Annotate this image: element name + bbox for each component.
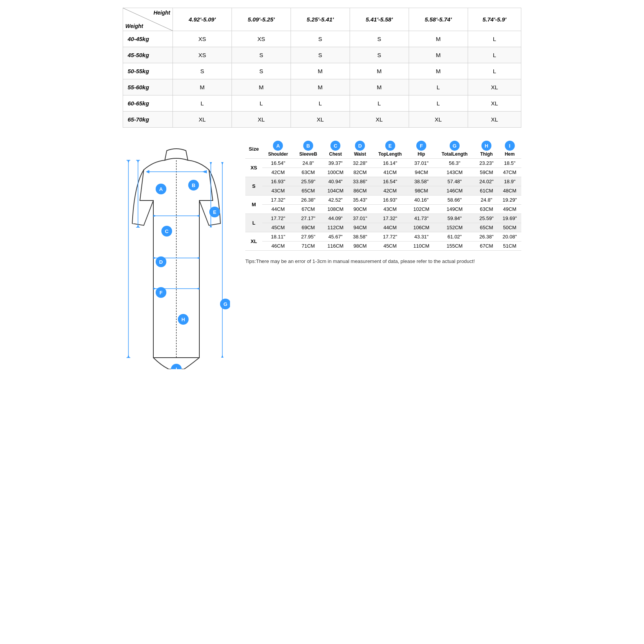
measurement-cell: 27.95" bbox=[294, 232, 323, 242]
col-header-I: I Hem bbox=[498, 139, 521, 159]
svg-text:F: F bbox=[159, 290, 163, 296]
size-cell: XL bbox=[468, 79, 521, 95]
measurement-cell-metric: 94CM bbox=[408, 168, 434, 177]
size-cell: S bbox=[232, 47, 291, 63]
measurement-cell-metric: 50CM bbox=[498, 223, 521, 232]
measurement-cell: 37.01" bbox=[348, 214, 372, 223]
size-cell: L bbox=[232, 95, 291, 112]
measurement-cell: 19.69" bbox=[498, 214, 521, 223]
col-header-H: H Thigh bbox=[475, 139, 498, 159]
measurement-cell: 17.32" bbox=[262, 196, 294, 205]
size-cell: S bbox=[291, 47, 350, 63]
size-cell: XS bbox=[173, 47, 232, 63]
svg-marker-32 bbox=[148, 171, 150, 173]
measurement-cell-metric: 90CM bbox=[348, 205, 372, 214]
measurement-cell-metric: 44CM bbox=[262, 205, 294, 214]
svg-marker-41 bbox=[137, 225, 139, 227]
tips-text: Tips:There may be an error of 1-3cm in m… bbox=[245, 258, 521, 264]
height-col-2: 5.09'-5.25' bbox=[232, 8, 291, 31]
measurement-cell: 33.86" bbox=[348, 177, 372, 186]
measurement-cell: 37.01" bbox=[408, 159, 434, 168]
size-label-cell: S bbox=[245, 177, 262, 196]
measurement-cell-metric: 65CM bbox=[475, 223, 498, 232]
measurement-cell: 16.93" bbox=[372, 196, 409, 205]
svg-marker-38 bbox=[153, 288, 156, 290]
svg-marker-35 bbox=[197, 215, 199, 217]
measurement-cell: 38.58" bbox=[408, 177, 434, 186]
size-cell: M bbox=[409, 47, 468, 63]
measurement-cell-metric: 63CM bbox=[475, 205, 498, 214]
svg-marker-47 bbox=[221, 355, 223, 358]
col-header-B: B SleeveB bbox=[294, 139, 323, 159]
weight-label: Weight bbox=[125, 23, 143, 29]
size-cell: L bbox=[173, 95, 232, 112]
measurement-cell-metric: 45CM bbox=[262, 223, 294, 232]
size-cell: M bbox=[350, 79, 409, 95]
measurement-cell-metric: 59CM bbox=[475, 168, 498, 177]
measurement-cell: 19.29" bbox=[498, 196, 521, 205]
col-header-C: C Chest bbox=[322, 139, 348, 159]
svg-marker-37 bbox=[197, 257, 199, 259]
measurement-cell-metric: 146CM bbox=[434, 186, 475, 196]
measurement-cell: 27.17" bbox=[294, 214, 323, 223]
measurement-cell-metric: 63CM bbox=[294, 168, 323, 177]
measurement-cell-metric: 108CM bbox=[322, 205, 348, 214]
measurement-cell-metric: 69CM bbox=[294, 223, 323, 232]
measurement-cell-metric: 42CM bbox=[262, 168, 294, 177]
measurement-cell: 26.38" bbox=[475, 232, 498, 242]
size-cell: M bbox=[291, 63, 350, 79]
size-cell: XL bbox=[350, 112, 409, 128]
measurement-cell: 20.08" bbox=[498, 232, 521, 242]
svg-marker-36 bbox=[153, 257, 156, 259]
size-column-header: Size bbox=[245, 139, 262, 159]
measurement-cell-metric: 106CM bbox=[408, 223, 434, 232]
measurement-cell-metric: 110CM bbox=[408, 242, 434, 251]
measurement-cell-metric: 112CM bbox=[322, 223, 348, 232]
size-cell: XL bbox=[291, 112, 350, 128]
height-label: Height bbox=[153, 10, 170, 16]
height-col-6: 5.74'-5.9' bbox=[468, 8, 521, 31]
measurement-cell-metric: 149CM bbox=[434, 205, 475, 214]
size-chart-table: Height Weight 4.92'-5.09' 5.09'-5.25' 5.… bbox=[123, 8, 521, 128]
measurement-cell: 17.72" bbox=[372, 232, 409, 242]
svg-marker-43 bbox=[127, 355, 130, 358]
size-label-cell: L bbox=[245, 214, 262, 232]
size-cell: S bbox=[350, 47, 409, 63]
size-label-cell: XL bbox=[245, 232, 262, 251]
size-cell: XS bbox=[173, 31, 232, 47]
measurement-cell-metric: 100CM bbox=[322, 168, 348, 177]
size-cell: XS bbox=[232, 31, 291, 47]
height-col-3: 5.25'-5.41' bbox=[291, 8, 350, 31]
measurement-cell-metric: 102CM bbox=[408, 205, 434, 214]
size-cell: L bbox=[468, 47, 521, 63]
svg-text:E: E bbox=[213, 209, 217, 215]
measurement-cell-metric: 82CM bbox=[348, 168, 372, 177]
measurement-cell-metric: 61CM bbox=[475, 186, 498, 196]
size-cell: L bbox=[468, 31, 521, 47]
measurement-cell-metric: 155CM bbox=[434, 242, 475, 251]
measurement-cell: 39.37" bbox=[322, 159, 348, 168]
size-cell: S bbox=[173, 63, 232, 79]
measurement-cell: 18.5" bbox=[498, 159, 521, 168]
measurement-cell-metric: 152CM bbox=[434, 223, 475, 232]
measurement-cell: 24.8" bbox=[475, 196, 498, 205]
size-cell: M bbox=[409, 31, 468, 47]
size-cell: XL bbox=[173, 112, 232, 128]
col-header-E: E TopLength bbox=[372, 139, 409, 159]
svg-text:B: B bbox=[192, 182, 195, 188]
measurement-cell-metric: 86CM bbox=[348, 186, 372, 196]
size-cell: L bbox=[291, 95, 350, 112]
measurement-cell-metric: 41CM bbox=[372, 168, 409, 177]
measurement-cell: 59.84" bbox=[434, 214, 475, 223]
size-cell: M bbox=[173, 79, 232, 95]
measurement-cell-metric: 43CM bbox=[262, 186, 294, 196]
measurement-cell: 57.48" bbox=[434, 177, 475, 186]
garment-area: A B C D E F G H bbox=[123, 139, 238, 371]
measurement-cell: 61.02" bbox=[434, 232, 475, 242]
measurement-cell: 24.02" bbox=[475, 177, 498, 186]
measurement-cell: 16.54" bbox=[262, 159, 294, 168]
height-col-5: 5.58'-5.74' bbox=[409, 8, 468, 31]
measurement-cell: 45.67" bbox=[322, 232, 348, 242]
measurement-cell: 58.66" bbox=[434, 196, 475, 205]
size-cell: L bbox=[409, 79, 468, 95]
